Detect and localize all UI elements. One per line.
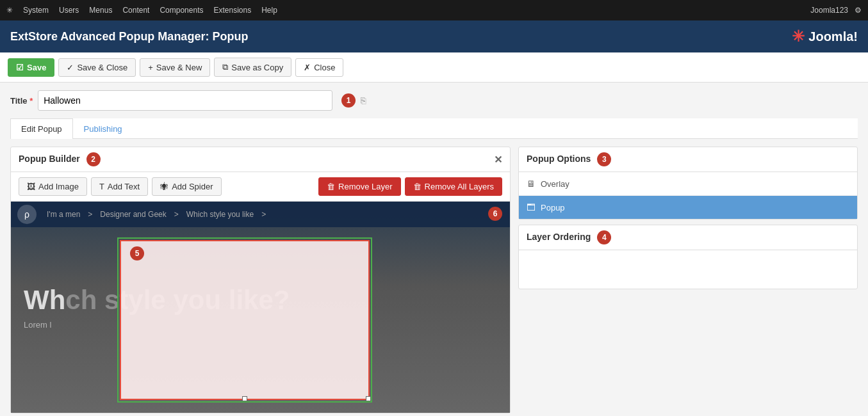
settings-icon[interactable]: ⚙	[855, 6, 862, 15]
nav-components[interactable]: Components	[160, 6, 203, 15]
resize-handle-bottom[interactable]	[242, 396, 247, 401]
popup-options-box: Popup Options 3 🖥 Overlay 🗔 Popup	[518, 147, 858, 220]
step-badge-4: 4	[597, 230, 611, 244]
popup-options-content: 🖥 Overlay 🗔 Popup	[519, 172, 857, 219]
layer-ordering-box: Layer Ordering 4	[518, 225, 858, 289]
save-new-plus-icon: +	[148, 63, 153, 72]
remove-layer-button[interactable]: 🗑 Remove Layer	[318, 177, 401, 196]
save-button[interactable]: ☑ Save	[8, 58, 54, 77]
text-icon: T	[99, 182, 104, 191]
joomla-star-icon: ✳	[6, 6, 13, 15]
overlay-icon: 🖥	[527, 179, 536, 189]
add-text-button[interactable]: T Add Text	[91, 177, 148, 196]
panel-close-icon[interactable]: ✕	[494, 154, 502, 166]
username-label[interactable]: Joomla123	[810, 6, 848, 15]
nav-extensions[interactable]: Extensions	[213, 6, 251, 15]
save-close-button[interactable]: ✓ Save & Close	[58, 58, 136, 77]
image-icon: 🖼	[27, 182, 35, 191]
builder-toolbar-right: 🗑 Remove Layer 🗑 Remove All Layers	[318, 177, 502, 196]
main-layout: Popup Builder 2 ✕ 🖼 Add Image T Add Text	[10, 147, 858, 413]
nav-help[interactable]: Help	[261, 6, 277, 15]
canvas-area: ρ I'm a men > Designer and Geek > Which …	[11, 202, 510, 413]
required-indicator: *	[29, 96, 33, 106]
layer-ordering-header: Layer Ordering 4	[519, 225, 857, 250]
canvas-logo: ρ	[17, 205, 37, 224]
close-x-icon: ✗	[304, 63, 311, 72]
spider-icon: 🕷	[160, 182, 168, 191]
step-badge-6: 6	[488, 207, 502, 221]
popup-icon: 🗔	[527, 202, 536, 212]
save-close-check-icon: ✓	[67, 63, 74, 72]
toolbar: ☑ Save ✓ Save & Close + Save & New ⧉ Sav…	[0, 52, 868, 83]
title-input[interactable]	[38, 90, 332, 111]
header-bar: ExtStore Advanced Popup Manager: Popup ✳…	[0, 20, 868, 52]
popup-options-header: Popup Options 3	[519, 147, 857, 172]
remove-all-layers-button[interactable]: 🗑 Remove All Layers	[405, 177, 502, 196]
builder-toolbar-left: 🖼 Add Image T Add Text 🕷 Add Spider	[19, 177, 222, 196]
popup-layer[interactable]: 5	[120, 240, 370, 400]
save-copy-doc-icon: ⧉	[222, 62, 228, 72]
add-image-button[interactable]: 🖼 Add Image	[19, 177, 87, 196]
builder-title: Popup Builder 2	[19, 152, 101, 166]
canvas-sub: Lorem l	[24, 320, 51, 330]
save-check-icon: ☑	[16, 63, 24, 72]
joomla-logo-star: ✳	[792, 28, 805, 45]
title-copy-icon[interactable]: ⎘	[361, 95, 366, 106]
close-button[interactable]: ✗ Close	[295, 58, 343, 77]
top-nav-left: ✳ System Users Menus Content Components …	[6, 6, 277, 15]
add-spider-button[interactable]: 🕷 Add Spider	[152, 177, 221, 196]
step-badge-3: 3	[597, 152, 611, 166]
step-badge-2: 2	[86, 152, 101, 166]
joomla-logo-text: Joomla!	[808, 29, 858, 44]
save-new-button[interactable]: + Save & New	[140, 58, 210, 77]
option-popup[interactable]: 🗔 Popup	[519, 196, 857, 219]
option-overlay[interactable]: 🖥 Overlay	[519, 172, 857, 196]
trash-all-icon: 🗑	[413, 182, 422, 191]
tab-publishing[interactable]: Publishing	[73, 118, 133, 139]
canvas-nav: ρ I'm a men > Designer and Geek > Which …	[11, 202, 510, 227]
nav-users[interactable]: Users	[59, 6, 79, 15]
step-badge-1: 1	[341, 93, 356, 108]
canvas-nav-links: I'm a men > Designer and Geek > Which st…	[47, 210, 266, 219]
step-badge-5: 5	[130, 246, 144, 260]
nav-system[interactable]: System	[23, 6, 49, 15]
title-row: Title * 1 ⎘	[10, 90, 858, 111]
tab-edit-popup[interactable]: Edit Popup	[10, 118, 73, 139]
layer-ordering-content	[519, 250, 857, 289]
options-panel: Popup Options 3 🖥 Overlay 🗔 Popup	[518, 147, 858, 413]
resize-handle-br[interactable]	[366, 396, 371, 401]
top-nav-right: Joomla123 ⚙	[810, 6, 862, 15]
save-copy-button[interactable]: ⧉ Save as Copy	[214, 58, 291, 77]
nav-menus[interactable]: Menus	[89, 6, 112, 15]
builder-toolbar: 🖼 Add Image T Add Text 🕷 Add Spider 🗑	[11, 172, 510, 202]
joomla-logo: ✳ Joomla!	[792, 28, 858, 45]
tabs-container: Edit Popup Publishing	[10, 118, 858, 139]
builder-panel: Popup Builder 2 ✕ 🖼 Add Image T Add Text	[10, 147, 511, 413]
page-title: ExtStore Advanced Popup Manager: Popup	[10, 30, 248, 44]
top-navigation: ✳ System Users Menus Content Components …	[0, 0, 868, 20]
builder-panel-header: Popup Builder 2 ✕	[11, 147, 510, 172]
trash-icon: 🗑	[327, 182, 335, 191]
content-area: Title * 1 ⎘ Edit Popup Publishing Popup …	[0, 83, 868, 416]
title-label: Title *	[10, 96, 33, 106]
nav-content[interactable]: Content	[122, 6, 149, 15]
